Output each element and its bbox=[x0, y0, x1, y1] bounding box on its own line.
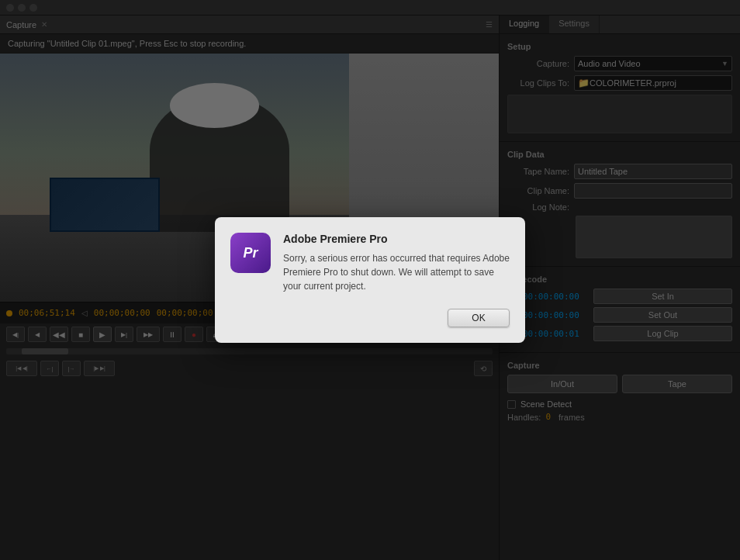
error-dialog: Adobe Premiere Pro Sorry, a serious erro… bbox=[215, 217, 525, 343]
dialog-content: Adobe Premiere Pro Sorry, a serious erro… bbox=[230, 233, 510, 293]
dialog-overlay: Adobe Premiere Pro Sorry, a serious erro… bbox=[0, 0, 740, 560]
dialog-title: Adobe Premiere Pro bbox=[283, 233, 510, 245]
dialog-ok-button[interactable]: OK bbox=[448, 309, 510, 327]
dialog-message: Sorry, a serious error has occurred that… bbox=[283, 251, 510, 293]
dialog-buttons: OK bbox=[230, 309, 510, 327]
premiere-icon bbox=[230, 233, 271, 273]
dialog-text-area: Adobe Premiere Pro Sorry, a serious erro… bbox=[283, 233, 510, 293]
